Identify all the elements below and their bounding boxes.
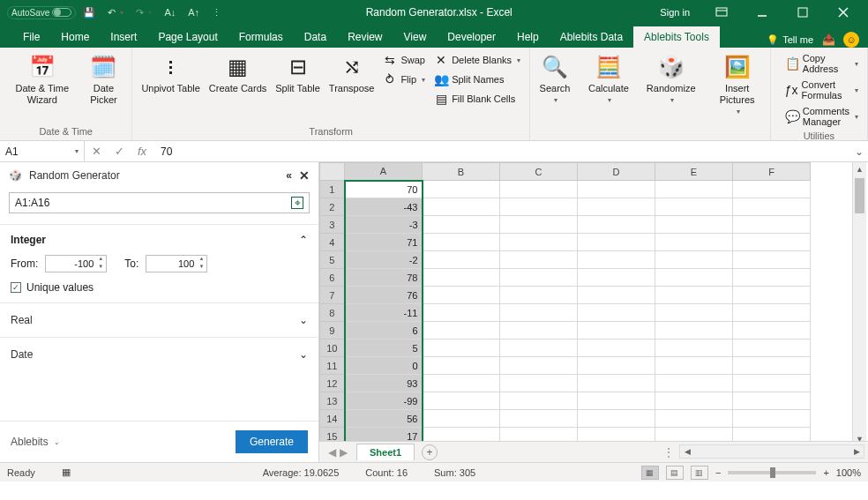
cell-D14[interactable] (578, 410, 655, 428)
cell-F7[interactable] (733, 287, 811, 304)
cell-E10[interactable] (655, 340, 733, 357)
cell-A6[interactable]: 78 (345, 269, 423, 287)
create-cards-button[interactable]: ▦Create Cards (206, 51, 270, 96)
row-header-9[interactable]: 9 (320, 322, 345, 340)
zoom-out-button[interactable]: − (715, 467, 721, 478)
scroll-thumb[interactable] (855, 178, 864, 213)
select-all-corner[interactable] (320, 163, 345, 181)
sort-asc-button[interactable]: A↓ (159, 5, 181, 19)
cell-F1[interactable] (733, 181, 811, 198)
tab-home[interactable]: Home (50, 26, 100, 48)
tab-file[interactable]: File (12, 26, 50, 48)
cell-E1[interactable] (655, 181, 733, 198)
cell-E2[interactable] (655, 198, 733, 216)
row-header-2[interactable]: 2 (320, 198, 345, 216)
cell-E3[interactable] (655, 216, 733, 234)
unpivot-table-button[interactable]: ⫶Unpivot Table (138, 51, 203, 96)
enter-formula-button[interactable]: ✓ (108, 145, 131, 158)
cell-D5[interactable] (578, 251, 655, 269)
tab-developer[interactable]: Developer (437, 26, 506, 48)
cell-E6[interactable] (655, 269, 733, 287)
unique-values-checkbox[interactable]: ✓ Unique values (11, 281, 308, 294)
cell-A8[interactable]: -11 (345, 304, 423, 322)
sheet-nav[interactable]: ◀▶ (319, 446, 356, 459)
tab-review[interactable]: Review (337, 26, 393, 48)
range-input[interactable]: A1:A16 ⌖ (9, 192, 310, 213)
row-header-14[interactable]: 14 (320, 410, 345, 428)
zoom-level[interactable]: 100% (836, 467, 861, 478)
convert-formulas-button[interactable]: ƒxConvert Formulas▾ (782, 78, 862, 102)
cell-C4[interactable] (500, 234, 578, 251)
cell-F8[interactable] (733, 304, 811, 322)
cell-E13[interactable] (655, 392, 733, 410)
section-integer-header[interactable]: Integer ⌃ (11, 234, 308, 246)
cell-D6[interactable] (578, 269, 655, 287)
cell-D10[interactable] (578, 340, 655, 357)
row-header-6[interactable]: 6 (320, 269, 345, 287)
taskpane-close-button[interactable]: ✕ (299, 168, 310, 183)
cell-E11[interactable] (655, 357, 733, 375)
cell-A12[interactable]: 93 (345, 375, 423, 392)
cell-A14[interactable]: 56 (345, 410, 423, 428)
add-sheet-button[interactable]: + (422, 444, 438, 460)
view-normal-button[interactable]: ▦ (641, 466, 659, 480)
copy-address-button[interactable]: 📋Copy Address▾ (782, 51, 862, 76)
cell-D4[interactable] (578, 234, 655, 251)
cell-D11[interactable] (578, 357, 655, 375)
tab-view[interactable]: View (393, 26, 438, 48)
spin-up-icon[interactable]: ▲ (196, 256, 206, 264)
taskpane-collapse-button[interactable]: « (286, 169, 292, 182)
delete-blanks-button[interactable]: ✕Delete Blanks▾ (430, 51, 524, 69)
cell-E9[interactable] (655, 322, 733, 340)
save-button[interactable]: 💾 (78, 5, 101, 20)
fill-blank-cells-button[interactable]: ▤Fill Blank Cells (430, 90, 524, 108)
row-header-5[interactable]: 5 (320, 251, 345, 269)
cell-C10[interactable] (500, 340, 578, 357)
cell-C7[interactable] (500, 287, 578, 304)
sheet-tab-sheet1[interactable]: Sheet1 (356, 444, 415, 460)
cell-B12[interactable] (423, 375, 500, 392)
feedback-button[interactable]: ☺ (843, 32, 859, 48)
cell-D2[interactable] (578, 198, 655, 216)
cell-C8[interactable] (500, 304, 578, 322)
cell-A13[interactable]: -99 (345, 392, 423, 410)
col-header-E[interactable]: E (655, 163, 733, 181)
randomize-button[interactable]: 🎲Randomize▾ (643, 51, 700, 107)
cell-C1[interactable] (500, 181, 578, 198)
row-header-10[interactable]: 10 (320, 340, 345, 357)
split-table-button[interactable]: ⊟Split Table (272, 51, 324, 96)
col-header-D[interactable]: D (578, 163, 655, 181)
cell-E12[interactable] (655, 375, 733, 392)
cell-D8[interactable] (578, 304, 655, 322)
cell-F2[interactable] (733, 198, 811, 216)
cell-C6[interactable] (500, 269, 578, 287)
tab-page-layout[interactable]: Page Layout (147, 26, 228, 48)
cell-E7[interactable] (655, 287, 733, 304)
formula-bar-expand[interactable]: ⌄ (850, 146, 868, 158)
row-header-12[interactable]: 12 (320, 375, 345, 392)
horizontal-scrollbar[interactable]: ◀ ▶ (679, 444, 864, 459)
cell-A9[interactable]: 6 (345, 322, 423, 340)
spin-up-icon[interactable]: ▲ (95, 256, 106, 264)
cell-D13[interactable] (578, 392, 655, 410)
cell-C3[interactable] (500, 216, 578, 234)
cell-A5[interactable]: -2 (345, 251, 423, 269)
cell-E14[interactable] (655, 410, 733, 428)
section-date[interactable]: Date ⌄ (0, 337, 318, 371)
spin-down-icon[interactable]: ▼ (95, 264, 106, 272)
minimize-button[interactable] (745, 0, 780, 25)
cancel-formula-button[interactable]: ✕ (85, 145, 108, 158)
sort-desc-button[interactable]: A↑ (183, 5, 205, 19)
cell-D15[interactable] (578, 428, 655, 442)
close-window-button[interactable] (826, 0, 861, 25)
cell-C2[interactable] (500, 198, 578, 216)
undo-button[interactable]: ↶▾ (102, 5, 129, 20)
cell-B6[interactable] (423, 269, 500, 287)
comments-manager-button[interactable]: 💬Comments Manager▾ (782, 104, 862, 129)
cell-A10[interactable]: 5 (345, 340, 423, 357)
zoom-handle[interactable] (770, 467, 775, 478)
tab-ablebits-tools[interactable]: Ablebits Tools (633, 26, 720, 48)
split-names-button[interactable]: 👥Split Names (430, 71, 524, 88)
tab-insert[interactable]: Insert (100, 26, 147, 48)
cell-A11[interactable]: 0 (345, 357, 423, 375)
